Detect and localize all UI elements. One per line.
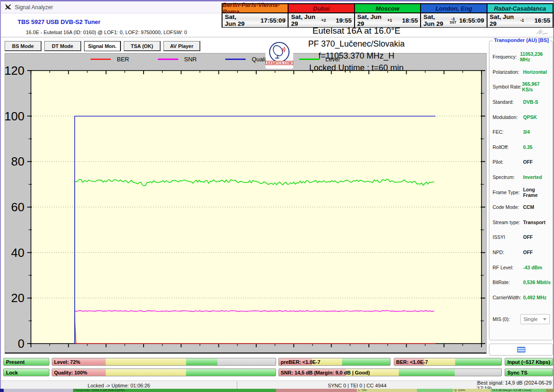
strip-segment: Transponder: 11053 H 366 DVB-S/QPSK xyxy=(73,389,276,392)
background-window-strip: Transponder: 11053 H 366 DVB-S/QPSKL: 72… xyxy=(0,389,554,392)
svg-text:20: 20 xyxy=(11,291,24,305)
tab-dt-mode[interactable]: DT Mode xyxy=(44,41,81,51)
bar-zone-green xyxy=(186,358,217,365)
level-bar: Level: 72% xyxy=(52,358,276,366)
transponder-panel-title: Transponder (AU) [BS] xyxy=(493,37,550,43)
svg-text:60: 60 xyxy=(11,200,24,214)
transponder-row: Modulation:QPSK xyxy=(493,109,551,125)
strip-segment: L: 72% xyxy=(357,389,417,392)
transponder-label: Stream type: xyxy=(493,220,523,225)
bar-label: BER: <1.0E-7 xyxy=(396,358,428,365)
transponder-value: 0,536 Mbit/s xyxy=(523,279,551,285)
legend-label: BER xyxy=(117,56,129,63)
transponder-label: RollOff: xyxy=(493,144,523,150)
annotation-satellite: Eutelsat 16A at 16.0°E xyxy=(262,26,451,36)
present-indicator: Present xyxy=(3,358,49,366)
tab-av-player[interactable]: AV Player xyxy=(163,41,200,51)
transponder-value: 0.35 xyxy=(523,144,532,150)
list-icon xyxy=(517,347,525,353)
transponder-row: Pilot:OFF xyxy=(493,154,551,170)
transponder-label: BitRate: xyxy=(493,279,523,285)
preber-bar: preBER: <1.0E-7 xyxy=(278,358,391,366)
tuner-name: TBS 5927 USB DVB-S2 Tuner xyxy=(18,18,101,25)
mis-dropdown[interactable]: Single xyxy=(520,314,550,324)
watermark-signature xyxy=(536,28,549,36)
svg-text:80: 80 xyxy=(11,154,24,168)
transponder-label: Code Mode: xyxy=(493,204,523,210)
transponder-label: CarrierWidth: xyxy=(493,295,523,300)
mis-row: MIS (0): Single xyxy=(493,314,550,324)
svg-text:40: 40 xyxy=(11,246,24,260)
strip-segment xyxy=(546,389,554,392)
bar-zone-yellow xyxy=(106,369,186,376)
logo-caption: DXSATCS.COM xyxy=(265,61,293,65)
dxsatcs-logo: DXSATCS.COM xyxy=(265,42,293,69)
transponder-row: BitRate:0,536 Mbit/s xyxy=(493,275,551,290)
transponder-panel: Transponder (AU) [BS] Frequency:11053,23… xyxy=(489,41,553,340)
chevron-down-icon xyxy=(543,318,547,321)
transponder-value: CCM xyxy=(523,204,534,210)
bar-zone-green xyxy=(455,358,501,365)
world-clocks: Berlin-Paris-Vienna-RomaSat, Jun 2917:55… xyxy=(222,3,554,28)
record-button[interactable] xyxy=(489,344,553,356)
ber-bar: BER: <1.0E-7 xyxy=(394,358,502,366)
transponder-label: Standard: xyxy=(493,99,523,105)
strip-segment: Q: 100% xyxy=(453,389,491,392)
strip-segment: 14,5 dB (Margin: 9,0 dB | Good) xyxy=(491,389,546,392)
tab-bs-mode[interactable]: BS Mode xyxy=(5,41,42,51)
transponder-row: ISSYIOFF xyxy=(493,230,551,245)
signal-chart: 020406080100120 xyxy=(5,53,486,352)
transponder-label: FEC: xyxy=(493,129,523,135)
transponder-label: Symbol Rate: xyxy=(493,84,522,89)
transponder-value: OFF xyxy=(523,159,533,165)
transponder-value: 365,967 KS/s xyxy=(522,81,551,92)
bar-zone-green xyxy=(399,369,455,376)
satellite-dish-icon xyxy=(5,4,12,11)
clock-time: Sat, Jun 29+219:55 xyxy=(289,13,354,27)
transponder-rows: Frequency:11053,236 MHzPolarization:Hori… xyxy=(493,49,551,305)
transponder-label: Frequency: xyxy=(493,54,520,59)
tab-tsa-ok-[interactable]: TSA (OK) xyxy=(124,41,161,51)
bar-label: Quality: 100% xyxy=(54,369,87,376)
legend-label: SNR xyxy=(184,56,197,63)
transponder-row: Spectrum:Inverted xyxy=(493,170,551,185)
legend-item-ber: BER xyxy=(90,56,129,63)
clock-city: Rabat-Casablanca xyxy=(488,4,553,13)
input-indicator: Input (~517 Kbps) xyxy=(505,358,553,366)
svg-text:0: 0 xyxy=(18,337,24,350)
lock-label: Lock xyxy=(6,370,18,375)
legend-swatch xyxy=(225,59,246,60)
quality-bar: Quality: 100% xyxy=(52,368,276,376)
transponder-row: Symbol Rate:365,967 KS/s xyxy=(493,79,551,95)
strip-segment xyxy=(417,389,453,392)
clock-2: DubaiSat, Jun 29+219:55 xyxy=(289,4,354,27)
bar-zone-green xyxy=(186,369,276,376)
sync-ts-indicator: Sync TS xyxy=(505,368,553,376)
transponder-value: Horizontal xyxy=(523,69,547,75)
legend-swatch xyxy=(90,59,111,60)
transponder-row: NPD:OFF xyxy=(493,245,551,260)
legend-swatch xyxy=(158,59,178,60)
strip-segment xyxy=(0,389,4,392)
transponder-row: Standard:DVB-S xyxy=(493,95,551,110)
bar-label: SNR: 14,5 dB (Margin: 9,0 dB | Good) xyxy=(281,369,370,376)
bar-zone-yellow xyxy=(106,358,186,365)
clock-1: Berlin-Paris-Vienna-RomaSat, Jun 2917:55… xyxy=(223,4,288,27)
transponder-label: ISSYI xyxy=(493,234,523,240)
transponder-value: QPSK xyxy=(523,114,537,120)
svg-text:100: 100 xyxy=(5,109,24,123)
clock-time: Sat, Jun 29-116:55 xyxy=(488,13,553,27)
clock-5: Rabat-CasablancaSat, Jun 29-116:55 xyxy=(488,4,553,27)
lock-indicator: Lock xyxy=(3,368,49,376)
mis-value: Single xyxy=(524,316,538,322)
snr-bar: SNR: 14,5 dB (Margin: 9,0 dB | Good) xyxy=(278,368,502,376)
transponder-value: Transport xyxy=(523,220,545,225)
transponder-row: Stream type:Transport xyxy=(493,215,551,230)
transponder-row: Polarization:Horizontal xyxy=(493,65,551,80)
tab-signal-mon-[interactable]: Signal Mon. xyxy=(84,41,121,51)
screen: Signal Analyzer Berlin-Paris-Vienna-Roma… xyxy=(0,0,554,392)
clock-city: Berlin-Paris-Vienna-Roma xyxy=(223,4,288,13)
input-label: Input (~517 Kbps) xyxy=(507,359,550,365)
clock-time: Sat, Jun 2917:55:09 xyxy=(223,13,288,27)
transponder-label: Spectrum: xyxy=(493,174,523,180)
